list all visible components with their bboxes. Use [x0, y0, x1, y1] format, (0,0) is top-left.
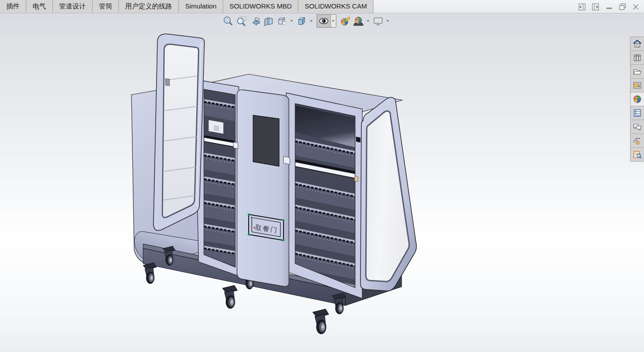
apply-scene-icon[interactable]	[352, 15, 364, 27]
hide-show-items-icon[interactable]	[317, 15, 331, 27]
hide-show-items-group	[317, 14, 336, 28]
restore-icon[interactable]	[619, 3, 626, 11]
tab-piping-design[interactable]: 管道设计	[53, 0, 93, 13]
command-manager-tabbar: 插件 电气 管道设计 管筒 用户定义的线路 Simulation SOLIDWO…	[0, 0, 644, 13]
door-latch	[356, 137, 360, 142]
caster-wheel	[313, 309, 328, 334]
right-glass-door	[360, 97, 416, 291]
dock-pane-left-icon[interactable]	[578, 3, 586, 11]
task-pane-strip	[630, 37, 644, 162]
tab-conduit[interactable]: 管筒	[93, 0, 119, 13]
left-glass-door	[153, 34, 204, 230]
command-tabs: 插件 电气 管道设计 管筒 用户定义的线路 Simulation SOLIDWO…	[0, 0, 373, 13]
minimize-icon[interactable]	[605, 3, 613, 11]
touch-screen	[253, 115, 279, 166]
section-view-icon[interactable]	[263, 15, 275, 27]
display-style-icon[interactable]	[296, 15, 308, 27]
view-orientation-dropdown[interactable]	[289, 15, 294, 27]
right-compartment	[286, 93, 362, 298]
add-in-tab-1-icon[interactable]	[631, 134, 644, 148]
hinge-bracket	[284, 156, 290, 164]
caster-wheel	[223, 285, 237, 309]
previous-view-icon[interactable]	[249, 15, 261, 27]
sketch-point-red	[254, 227, 255, 228]
solidworks-forum-icon[interactable]	[631, 120, 644, 134]
window-controls	[578, 1, 640, 12]
display-style-dropdown[interactable]	[309, 15, 314, 27]
tab-electrical[interactable]: 电气	[26, 0, 53, 13]
add-in-tab-2-icon[interactable]	[631, 148, 644, 162]
file-explorer-icon[interactable]	[631, 65, 644, 79]
tab-solidworks-mbd[interactable]: SOLIDWORKS MBD	[223, 0, 298, 13]
tab-user-defined-routes[interactable]: 用户定义的线路	[119, 0, 179, 13]
heads-up-view-toolbar	[222, 14, 390, 28]
solidworks-window: 取餐门	[0, 0, 644, 352]
tab-plugins[interactable]: 插件	[0, 0, 26, 13]
hinge-bracket	[233, 142, 238, 149]
zoom-to-fit-icon[interactable]	[222, 15, 234, 27]
appearances-scenes-icon[interactable]	[631, 92, 644, 106]
tab-solidworks-cam[interactable]: SOLIDWORKS CAM	[298, 0, 373, 13]
view-orientation-icon[interactable]	[276, 15, 288, 27]
model-canvas[interactable]: 取餐门	[0, 13, 644, 352]
view-settings-dropdown[interactable]	[386, 15, 390, 27]
custom-properties-icon[interactable]	[631, 106, 644, 120]
close-icon[interactable]	[632, 3, 640, 11]
caster-wheel	[143, 263, 157, 284]
graphics-viewport[interactable]: 取餐门	[0, 13, 644, 352]
view-palette-icon[interactable]	[631, 79, 644, 92]
solidworks-resources-icon[interactable]	[631, 37, 644, 51]
apply-scene-dropdown[interactable]	[366, 15, 371, 27]
hide-show-items-dropdown[interactable]	[331, 15, 336, 27]
dock-pane-right-icon[interactable]	[592, 3, 599, 11]
tab-simulation[interactable]: Simulation	[179, 0, 223, 13]
center-door-column: 取餐门	[233, 90, 290, 286]
edit-appearance-icon[interactable]	[339, 15, 351, 27]
zoom-to-area-icon[interactable]	[236, 15, 248, 27]
design-library-icon[interactable]	[631, 51, 644, 65]
view-settings-icon[interactable]	[372, 15, 384, 27]
lock	[355, 176, 358, 182]
door-hinge	[165, 79, 169, 86]
